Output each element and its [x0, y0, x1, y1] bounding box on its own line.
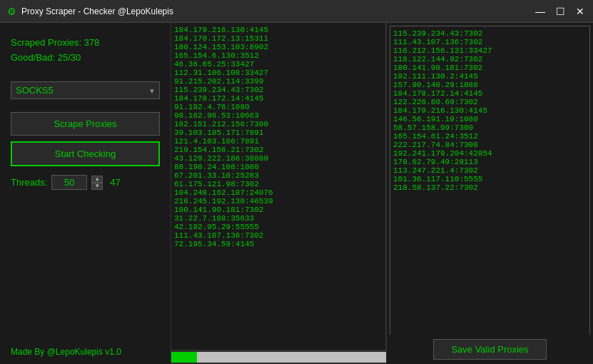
threads-count: 47	[110, 177, 120, 188]
save-btn-row: Save Valid Proxies	[387, 335, 593, 364]
close-button[interactable]: ✕	[573, 4, 587, 19]
valid-proxies-textarea[interactable]	[390, 26, 590, 335]
save-valid-proxies-button[interactable]: Save Valid Proxies	[433, 339, 546, 360]
main-content: Scraped Proxies: 378 Good/Bad: 25/30 HTT…	[0, 23, 593, 364]
proxy-list-panel	[171, 23, 386, 364]
threads-label: Threads:	[11, 177, 47, 188]
good-bad-label: Good/Bad: 25/30	[11, 52, 160, 63]
scrape-proxies-button[interactable]: Scrape Proxies	[11, 112, 160, 136]
proxy-list-textarea[interactable]	[171, 23, 386, 350]
progress-bar-container	[171, 350, 386, 364]
threads-input[interactable]	[51, 175, 87, 190]
scraped-proxies-label: Scraped Proxies: 378	[11, 37, 160, 48]
title-bar-text: Proxy Scraper - Checker @LepoKulepis	[21, 6, 533, 16]
title-bar-buttons: — ☐ ✕	[533, 4, 587, 19]
footer-text: Made By @LepoKulepis v1.0	[11, 347, 160, 357]
progress-bar-fill	[171, 352, 197, 363]
progress-bar-remaining	[197, 352, 386, 363]
maximize-button[interactable]: ☐	[553, 4, 567, 19]
threads-spinner: ▲ ▼	[91, 176, 103, 190]
threads-row: Threads: ▲ ▼ 47	[11, 175, 160, 190]
threads-up-button[interactable]: ▲	[91, 176, 103, 183]
left-panel: Scraped Proxies: 378 Good/Bad: 25/30 HTT…	[0, 23, 171, 364]
app-icon: ⚙	[6, 6, 17, 17]
minimize-button[interactable]: —	[533, 4, 547, 19]
valid-panel: Save Valid Proxies	[386, 23, 593, 364]
proxy-type-dropdown[interactable]: HTTP HTTPS SOCKS4 SOCKS5	[11, 81, 160, 99]
threads-down-button[interactable]: ▼	[91, 183, 103, 190]
start-checking-button[interactable]: Start Checking	[11, 141, 160, 166]
proxy-type-wrapper: HTTP HTTPS SOCKS4 SOCKS5 ▼	[11, 74, 160, 106]
title-bar: ⚙ Proxy Scraper - Checker @LepoKulepis —…	[0, 0, 593, 23]
